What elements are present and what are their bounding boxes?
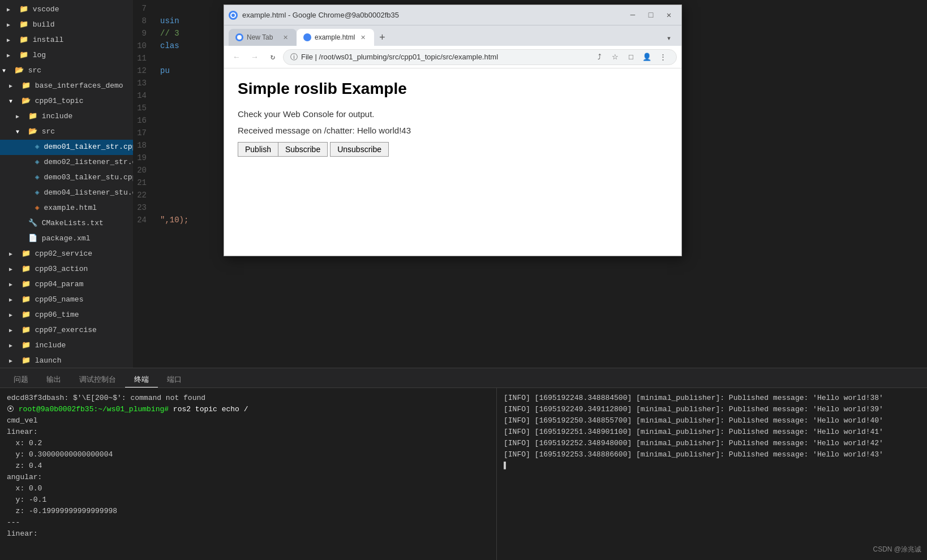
- terminal-left[interactable]: edcd83f3dbash: $'\E[200~$': command not …: [0, 388, 497, 560]
- chevron-right-icon: ▶: [7, 50, 14, 62]
- sidebar-item-cpp05[interactable]: ▶ 📁 cpp05_names: [0, 292, 133, 308]
- panel-content: edcd83f3dbash: $'\E[200~$': command not …: [0, 388, 927, 560]
- unsubscribe-button[interactable]: Unsubscribe: [330, 142, 389, 157]
- browser-addressbar: ← → ↻ ⓘ File | /root/ws01_plumbing/src/c…: [224, 46, 681, 68]
- sidebar-item-cpp04[interactable]: ▶ 📁 cpp04_param: [0, 277, 133, 292]
- chevron-right-icon: ▶: [7, 19, 14, 32]
- address-bar[interactable]: ⓘ File | /root/ws01_plumbing/src/cpp01_t…: [283, 49, 677, 65]
- chevron-right-icon: ▶: [9, 279, 16, 291]
- tab-close-newtab[interactable]: ✕: [281, 33, 290, 42]
- reload-button[interactable]: ↻: [265, 49, 281, 65]
- panel-tabs: 问题 输出 调试控制台 终端 端口: [0, 368, 927, 388]
- forward-button[interactable]: →: [247, 49, 263, 65]
- folder-icon: 📁: [22, 295, 31, 304]
- terminal-line-5: x: 0.2: [7, 438, 490, 449]
- log-line-6: [INFO] [1695192253.348886600] [minimal_p…: [504, 449, 920, 460]
- cpp-file-icon: ◈: [35, 158, 40, 166]
- sidebar-item-launch[interactable]: ▶ 📁 launch: [0, 354, 133, 368]
- close-button[interactable]: ✕: [661, 7, 677, 23]
- folder-icon: 📂: [15, 66, 24, 75]
- sidebar-item-cpp06[interactable]: ▶ 📁 cpp06_time: [0, 308, 133, 323]
- folder-icon: 📁: [28, 112, 37, 120]
- folder-icon: 📁: [19, 36, 28, 44]
- terminal-line-4: linear:: [7, 427, 490, 438]
- folder-icon: 📂: [28, 127, 37, 136]
- editor-area: 7 8 usin 9 // 3 10 clas 11 12 pu: [133, 0, 927, 368]
- tabs-menu-button[interactable]: ▾: [661, 30, 677, 46]
- sidebar-item-build[interactable]: ▶ 📁 build: [0, 18, 133, 33]
- minimize-button[interactable]: ─: [625, 7, 641, 23]
- sidebar-item-cmake1[interactable]: ▶ 🔧 CMakeLists.txt: [0, 216, 133, 231]
- panel-tab-problems[interactable]: 问题: [5, 372, 37, 387]
- new-tab-button[interactable]: +: [374, 30, 390, 46]
- sidebar-item-cpp07[interactable]: ▶ 📁 cpp07_exercise: [0, 323, 133, 338]
- terminal-line-6: y: 0.30000000000000004: [7, 449, 490, 460]
- terminal-line-12: ---: [7, 517, 490, 528]
- panel-tab-output[interactable]: 输出: [37, 372, 70, 387]
- sidebar-item-demo03[interactable]: ▶ ◈ demo03_talker_stu.cpp: [0, 170, 133, 186]
- chevron-right-icon: ▶: [9, 294, 16, 307]
- back-button[interactable]: ←: [229, 49, 244, 65]
- browser-tab-newtab[interactable]: New Tab ✕: [229, 29, 297, 46]
- folder-icon: 📁: [22, 280, 31, 288]
- maximize-button[interactable]: □: [643, 7, 659, 23]
- sidebar-item-demo02[interactable]: ▶ ◈ demo02_listener_str.cpp: [0, 155, 133, 170]
- browser-window: example.html - Google Chrome@9a0b0002fb3…: [224, 5, 682, 256]
- menu-button[interactable]: ⋮: [656, 50, 670, 64]
- folder-icon: 📁: [22, 341, 31, 350]
- sidebar-item-install[interactable]: ▶ 📁 install: [0, 33, 133, 48]
- profile-button[interactable]: 👤: [640, 50, 654, 64]
- extensions-button[interactable]: □: [624, 50, 638, 64]
- chevron-right-icon: ▶: [9, 264, 16, 276]
- log-line-2: [INFO] [1695192249.349112800] [minimal_p…: [504, 404, 920, 415]
- folder-icon: 📁: [22, 356, 31, 365]
- panel-tab-terminal[interactable]: 终端: [125, 372, 158, 387]
- chrome-icon: [229, 11, 238, 20]
- sidebar-item-src-root[interactable]: ▼ 📂 src: [0, 63, 133, 79]
- panel-tab-debug-console[interactable]: 调试控制台: [70, 372, 125, 387]
- sidebar-item-example-html[interactable]: ▶ ◈ example.html: [0, 201, 133, 216]
- cpp-file-icon: ◈: [35, 188, 40, 197]
- sidebar-item-src-cpp01[interactable]: ▼ 📂 src: [0, 124, 133, 140]
- folder-icon: 📁: [22, 81, 31, 90]
- page-title: Simple roslib Example: [238, 80, 668, 98]
- address-actions: ⤴ ☆ □ 👤 ⋮: [593, 50, 670, 64]
- svg-point-1: [231, 14, 235, 17]
- bookmark-button[interactable]: ☆: [608, 50, 622, 64]
- chevron-right-icon: ▶: [7, 35, 14, 47]
- share-button[interactable]: ⤴: [593, 50, 606, 64]
- terminal-line-7: z: 0.4: [7, 460, 490, 472]
- log-line-4: [INFO] [1695192251.348901100] [minimal_p…: [504, 427, 920, 438]
- browser-content: Simple roslib Example Check your Web Con…: [224, 68, 681, 256]
- browser-tab-example[interactable]: example.html ✕: [297, 29, 374, 46]
- chevron-down-icon: ▼: [9, 96, 16, 108]
- panel-tab-ports[interactable]: 端口: [158, 372, 191, 387]
- sidebar-item-cpp01-topic[interactable]: ▼ 📂 cpp01_topic: [0, 94, 133, 109]
- sidebar-item-cpp02[interactable]: ▶ 📁 cpp02_service: [0, 247, 133, 262]
- info-icon: ⓘ: [290, 52, 298, 62]
- cpp-file-icon: ◈: [35, 143, 40, 151]
- log-line-3: [INFO] [1695192250.348855700] [minimal_p…: [504, 415, 920, 427]
- sidebar-item-include2[interactable]: ▶ 📁 include: [0, 338, 133, 354]
- tab-close-example[interactable]: ✕: [358, 33, 367, 42]
- svg-point-3: [305, 35, 310, 40]
- page-buttons: Publish Subscribe Unsubscribe: [238, 142, 668, 157]
- publish-button[interactable]: Publish: [238, 142, 278, 157]
- sidebar-item-demo01[interactable]: ▶ ◈ demo01_talker_str.cpp: [0, 140, 133, 155]
- folder-icon: 📁: [19, 5, 28, 14]
- sidebar-item-base-interfaces[interactable]: ▶ 📁 base_interfaces_demo: [0, 79, 133, 94]
- sidebar-item-demo04[interactable]: ▶ ◈ demo04_listener_stu.cpp: [0, 186, 133, 201]
- subscribe-button[interactable]: Subscribe: [278, 142, 328, 157]
- sidebar-item-cpp03[interactable]: ▶ 📁 cpp03_action: [0, 262, 133, 277]
- chevron-down-icon: ▼: [16, 126, 23, 139]
- sidebar-item-vscode[interactable]: ▶ 📁 vscode: [0, 2, 133, 18]
- log-cursor-line: ▌: [504, 460, 920, 472]
- page-subtitle: Check your Web Console for output.: [238, 109, 668, 119]
- sidebar-item-log[interactable]: ▶ 📁 log: [0, 48, 133, 63]
- sidebar-item-package1[interactable]: ▶ 📄 package.xml: [0, 231, 133, 247]
- chevron-right-icon: ▶: [9, 248, 16, 261]
- folder-icon: 📁: [22, 311, 31, 319]
- sidebar-item-include[interactable]: ▶ 📁 include: [0, 109, 133, 124]
- terminal-right[interactable]: [INFO] [1695192248.348884500] [minimal_p…: [497, 388, 927, 560]
- folder-icon: 📁: [22, 265, 31, 273]
